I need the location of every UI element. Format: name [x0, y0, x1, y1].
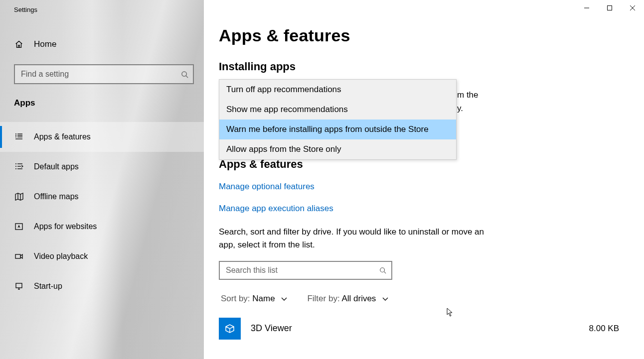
nav-apps-features[interactable]: Apps & features: [0, 122, 204, 152]
sort-label: Sort by:: [221, 294, 250, 303]
nav-label: Apps & features: [34, 132, 91, 141]
page-title: Apps & features: [219, 26, 624, 45]
nav-label: Default apps: [34, 162, 79, 171]
svg-line-5: [186, 76, 188, 78]
dropdown-option[interactable]: Warn me before installing apps from outs…: [219, 120, 456, 139]
sidebar: Settings Home Apps: [0, 0, 204, 359]
nav-default-apps[interactable]: Default apps: [0, 152, 204, 182]
nav-label: Apps for websites: [34, 222, 97, 231]
app-size: 8.00 KB: [589, 324, 620, 334]
sort-value: Name: [252, 294, 275, 303]
nav-list: Apps & features Default apps: [0, 122, 204, 301]
app-list-search[interactable]: [219, 261, 392, 280]
filter-by-selector[interactable]: Filter by: All drives: [307, 294, 388, 304]
nav-apps-websites[interactable]: Apps for websites: [0, 212, 204, 241]
nav-video-playback[interactable]: Video playback: [0, 241, 204, 271]
nav-label: Offline maps: [34, 192, 79, 201]
svg-rect-22: [15, 254, 20, 258]
dropdown-option[interactable]: Allow apps from the Store only: [219, 139, 456, 159]
chevron-down-icon: [382, 294, 388, 304]
search-icon: [176, 71, 193, 78]
filter-label: Filter by:: [307, 294, 339, 303]
sort-by-selector[interactable]: Sort by: Name: [221, 294, 287, 304]
apps-websites-icon: [14, 222, 24, 231]
desc-fragment: y.: [457, 104, 463, 114]
install-source-dropdown[interactable]: Turn off app recommendations Show me app…: [219, 79, 457, 160]
find-setting-search[interactable]: [14, 64, 194, 84]
mouse-cursor-icon: [447, 308, 454, 319]
main-content: Apps & features Installing apps m the y.…: [204, 0, 644, 359]
svg-point-26: [380, 267, 385, 272]
app-list-search-input[interactable]: [220, 266, 374, 275]
desc-fragment: m the: [457, 90, 479, 100]
home-icon: [14, 40, 24, 49]
section-installing-heading: Installing apps: [219, 60, 624, 73]
svg-line-27: [384, 271, 386, 273]
dropdown-option[interactable]: Show me app recommendations: [219, 100, 456, 120]
svg-rect-23: [16, 283, 22, 288]
search-icon: [374, 267, 391, 274]
close-button[interactable]: [621, 0, 644, 16]
startup-icon: [14, 282, 24, 291]
default-apps-icon: [14, 162, 24, 171]
home-nav[interactable]: Home: [0, 34, 204, 54]
svg-rect-1: [608, 6, 612, 10]
link-execution-aliases[interactable]: Manage app execution aliases: [219, 204, 624, 214]
find-setting-input[interactable]: [15, 70, 176, 79]
svg-point-4: [181, 71, 186, 76]
video-playback-icon: [14, 252, 24, 261]
app-list-item[interactable]: 3D Viewer 8.00 KB: [219, 318, 624, 340]
app-icon: [219, 318, 241, 340]
category-heading: Apps: [0, 84, 204, 108]
window-title: Settings: [0, 0, 204, 13]
nav-label: Video playback: [34, 252, 88, 261]
app-name: 3D Viewer: [251, 323, 292, 334]
offline-maps-icon: [14, 192, 24, 201]
maximize-button[interactable]: [598, 0, 621, 16]
chevron-down-icon: [281, 294, 287, 304]
dropdown-option[interactable]: Turn off app recommendations: [219, 80, 456, 100]
home-label: Home: [34, 39, 56, 49]
filter-description: Search, sort and filter by drive. If you…: [219, 226, 488, 252]
filter-value: All drives: [341, 294, 376, 303]
nav-offline-maps[interactable]: Offline maps: [0, 182, 204, 212]
nav-startup[interactable]: Start-up: [0, 271, 204, 301]
link-optional-features[interactable]: Manage optional features: [219, 182, 624, 192]
nav-label: Start-up: [34, 282, 62, 291]
minimize-button[interactable]: [575, 0, 598, 16]
apps-features-icon: [14, 132, 24, 141]
